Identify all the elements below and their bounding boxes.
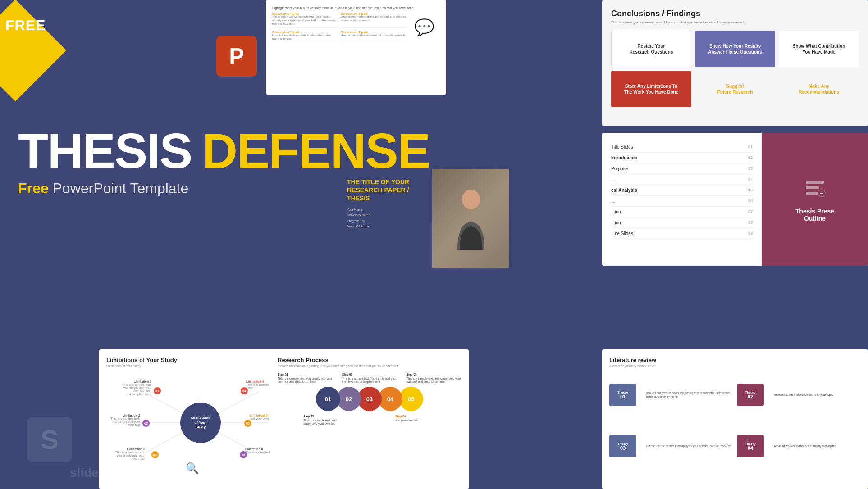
outline-item-9: ...ce Slides 09 (611, 228, 753, 239)
limit-node-1: 01 (154, 387, 161, 394)
circle-05: 05 (399, 387, 423, 411)
discussion-tip-4: Discussion Tip #4 How can you explain an… (341, 31, 407, 43)
outline-item-5: cal Analysis 05 (611, 185, 753, 196)
outline-item-7: ...ion 07 (611, 207, 753, 217)
theory-box-04: Theory 04 (737, 435, 764, 457)
cc-cell-1: Restate YourResearch Questions (611, 31, 691, 67)
research-step-02: Step 02 This is a sample text. You simpl… (303, 415, 344, 425)
cc-cell-5: SuggestFuture Research (695, 71, 775, 107)
limit-node-6: 06 (240, 451, 247, 458)
discussion-card: Highlight what your results actually mea… (266, 0, 446, 95)
research-title: Research Process (278, 357, 461, 363)
title-slide-left: THE TITLE OF YOUR RESEARCH PAPER / THESI… (338, 169, 432, 268)
outline-list: Title Slides 01 Introduction 02 Purpose … (602, 133, 762, 266)
conclusions-title: Conclusions / Findings (611, 9, 859, 18)
svg-rect-0 (806, 181, 824, 184)
outline-card-title: Thesis PreseOutline (795, 208, 834, 222)
conclusions-grid: Restate YourResearch Questions Show How … (611, 31, 859, 107)
magnifier-icon: 🔍 (186, 462, 199, 475)
theory-box-03: Theory 03 (609, 435, 636, 457)
your-name: Your Name (347, 207, 423, 213)
outline-icon (804, 177, 826, 203)
outline-item-2: Introduction 02 (611, 153, 753, 163)
theory-text-04: Areas of weakness that are currently hig… (772, 444, 861, 448)
conclusions-subtitle: This is where you summarize and tie up a… (611, 20, 859, 24)
svg-rect-5 (822, 191, 822, 194)
theory-box-01: Theory 01 (609, 384, 636, 406)
research-top-steps: Step 01 This is a sample text. You simpl… (278, 373, 461, 383)
circle-01: 01 (316, 387, 340, 411)
thesis-title: THESIS DEFENSE (18, 126, 429, 176)
conclusions-card: Conclusions / Findings This is where you… (602, 0, 868, 126)
subtitle-rest: PowerPoint Template (52, 180, 188, 196)
cc-cell-2: Show How Your ResultsAnswer These Questi… (695, 31, 775, 67)
cc-cell-4: State Any Limitations ToThe Work You Hav… (611, 71, 691, 107)
research-step-05: Step 05 This is a sample text. You simpl… (407, 373, 461, 383)
limit-node-5: 05 (244, 420, 251, 427)
literature-grid: Theory 01 you will not want to cover eve… (609, 371, 861, 470)
research-subtitle: Provide information regarding how you ha… (278, 364, 461, 367)
slidesalad-icon: S (27, 417, 72, 462)
limit-node-4: 04 (241, 387, 248, 394)
limit-node-3: 03 (151, 451, 159, 458)
limitations-center: Limitationsof YourStudy (180, 403, 221, 443)
outline-item-4: ... 04 (611, 174, 753, 185)
discussion-header: Highlight what your results actually mea… (272, 6, 440, 9)
literature-card: Literature review Areas that you may wis… (602, 349, 868, 489)
outline-item-1: Title Slides 01 (611, 142, 753, 153)
thesis-word: THESIS (18, 123, 192, 178)
theory-text-03: Different theories that may apply to you… (644, 444, 733, 448)
research-circles: 01 02 03 04 05 (278, 387, 461, 411)
thesis-author-info: Your Name University Name Program Title … (347, 207, 423, 230)
circle-03: 03 (357, 387, 382, 411)
outline-sidebar: Thesis PreseOutline (762, 133, 868, 266)
research-bottom-steps: Step 02 This is a sample text. You simpl… (278, 415, 461, 425)
outline-item-8: ...ion 08 (611, 217, 753, 228)
outline-item-3: Purpose 03 (611, 163, 753, 174)
research-card: Research Process Provide information reg… (270, 349, 469, 489)
research-step-04: Step 04 add your own text... (395, 415, 436, 425)
cc-cell-6: Make AnyRecommendations (779, 71, 859, 107)
literature-title: Literature review (609, 357, 861, 363)
free-badge-bg (0, 0, 66, 101)
chat-icon: 💬 (414, 18, 434, 37)
discussion-tip-2: Discussion Tip #2 What are the major fin… (341, 12, 407, 28)
person-photo (432, 169, 509, 268)
discussion-tip-1: Discussion Tip #1 This is where you will… (272, 12, 338, 28)
university-name: University Name (347, 213, 423, 218)
circle-02: 02 (337, 387, 361, 411)
circle-04: 04 (378, 387, 402, 411)
thesis-paper-title: THE TITLE OF YOUR RESEARCH PAPER / THESI… (347, 178, 423, 203)
advisor-name: Name Of Advisor (347, 224, 423, 230)
limitations-subtitle: Limitations of Your Study (106, 364, 295, 367)
theory-text-02: Relevant current research that is to you… (772, 393, 861, 397)
literature-subtitle: Areas that you may wish to cover (609, 364, 861, 367)
svg-rect-1 (806, 186, 819, 189)
limitations-title: Limitations of Your Study (106, 357, 295, 363)
outline-item-6: ... 06 (611, 196, 753, 207)
ppt-icon: P (216, 36, 257, 77)
program-title: Program Title (347, 218, 423, 224)
limitations-diagram: Limitationsof YourStudy Limitation 1This… (106, 371, 295, 475)
free-badge-label: FREE (5, 17, 46, 34)
research-step-03: Step 03 This is a sample text. You simpl… (342, 373, 397, 383)
title-slide-card: THE TITLE OF YOUR RESEARCH PAPER / THESI… (338, 169, 509, 268)
title-slide-photo (432, 169, 509, 268)
svg-point-6 (462, 190, 480, 209)
free-word: Free (18, 180, 49, 196)
theory-text-01: you will not want to cover everything th… (644, 391, 733, 399)
discussion-tip-3: Discussion Tip #3 How do these findings … (272, 31, 338, 43)
theory-box-02: Theory 02 (737, 384, 764, 406)
outline-card: Title Slides 01 Introduction 02 Purpose … (602, 133, 868, 266)
ppt-logo-card: P (207, 27, 266, 86)
limit-node-2: 02 (142, 420, 150, 427)
cc-cell-3: Show What ContributionYou Have Made (779, 31, 859, 67)
